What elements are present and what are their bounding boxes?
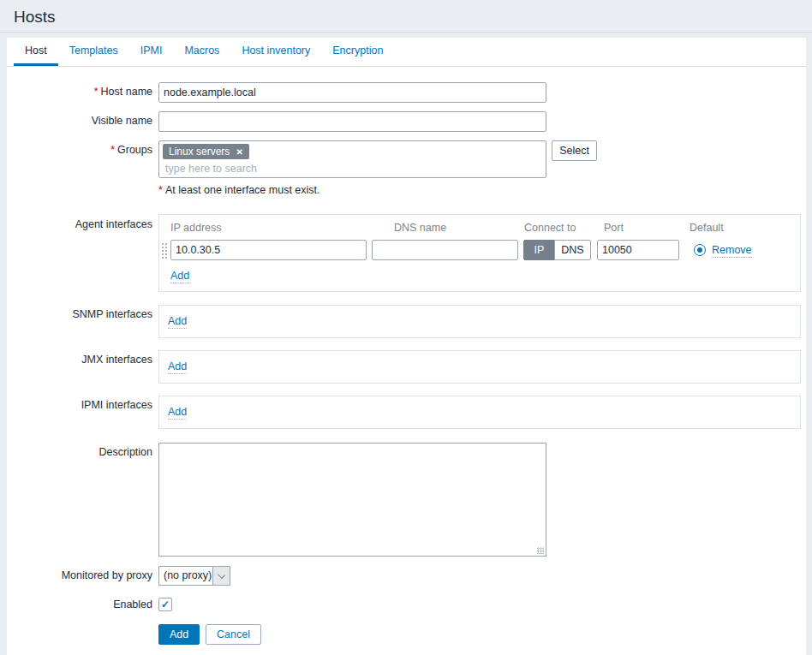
host-name-input[interactable] bbox=[158, 82, 546, 103]
page-title: Hosts bbox=[14, 8, 56, 27]
snmp-add-link[interactable]: Add bbox=[168, 315, 187, 329]
remove-interface-link[interactable]: Remove bbox=[712, 244, 752, 258]
host-name-label: *Host name bbox=[0, 82, 152, 101]
snmp-interfaces-box bbox=[158, 305, 801, 338]
tab-host[interactable]: Host bbox=[14, 38, 58, 66]
column-header-port: Port bbox=[604, 222, 624, 234]
chevron-down-icon[interactable] bbox=[212, 567, 230, 585]
drag-handle-icon[interactable] bbox=[161, 242, 168, 259]
tab-encryption[interactable]: Encryption bbox=[321, 38, 394, 66]
close-icon[interactable]: ✕ bbox=[236, 147, 242, 157]
jmx-add-link[interactable]: Add bbox=[168, 360, 187, 374]
group-chip: Linux servers ✕ bbox=[163, 144, 249, 159]
snmp-interfaces-label: SNMP interfaces bbox=[0, 305, 152, 324]
required-asterisk: * bbox=[110, 144, 115, 156]
groups-select-button[interactable]: Select bbox=[552, 140, 597, 161]
groups-multiselect[interactable]: Linux servers ✕ bbox=[158, 140, 546, 178]
interface-note: *At least one interface must exist. bbox=[158, 184, 320, 196]
tab-macros[interactable]: Macros bbox=[173, 38, 230, 66]
proxy-label: Monitored by proxy bbox=[0, 566, 152, 585]
ipmi-interfaces-label: IPMI interfaces bbox=[0, 396, 152, 414]
radio-dot bbox=[697, 247, 702, 253]
description-field-wrap bbox=[158, 443, 546, 557]
groups-search-input[interactable] bbox=[165, 161, 422, 176]
visible-name-input[interactable] bbox=[158, 111, 546, 132]
ipmi-interfaces-box bbox=[158, 396, 801, 429]
agent-port-input[interactable] bbox=[597, 240, 679, 260]
group-chip-label: Linux servers bbox=[169, 146, 230, 158]
tab-ipmi[interactable]: IPMI bbox=[129, 38, 174, 66]
jmx-interfaces-box bbox=[158, 350, 801, 384]
column-header-default: Default bbox=[690, 222, 724, 234]
tab-bar: Host Templates IPMI Macros Host inventor… bbox=[7, 38, 806, 67]
tab-host-inventory[interactable]: Host inventory bbox=[230, 38, 321, 66]
required-asterisk: * bbox=[94, 86, 99, 98]
agent-dns-input[interactable] bbox=[372, 240, 518, 260]
agent-interfaces-label: Agent interfaces bbox=[0, 215, 152, 234]
ipmi-add-link[interactable]: Add bbox=[168, 406, 187, 420]
add-host-button[interactable]: Add bbox=[158, 624, 200, 645]
connect-ip-option[interactable]: IP bbox=[523, 240, 555, 260]
tab-templates[interactable]: Templates bbox=[58, 38, 129, 66]
enabled-label: Enabled bbox=[0, 595, 152, 614]
connect-to-toggle: IP DNS bbox=[523, 240, 591, 260]
enabled-checkbox[interactable]: ✓ bbox=[158, 598, 172, 611]
description-textarea[interactable] bbox=[158, 443, 546, 557]
agent-add-link[interactable]: Add bbox=[170, 270, 189, 283]
checkmark-icon: ✓ bbox=[161, 598, 170, 610]
description-label: Description bbox=[0, 443, 152, 461]
column-header-ip: IP address bbox=[170, 222, 222, 234]
proxy-select[interactable]: (no proxy) bbox=[158, 566, 230, 586]
default-interface-radio[interactable] bbox=[694, 244, 706, 256]
page-header: Hosts bbox=[0, 0, 812, 33]
groups-label: *Groups bbox=[0, 140, 152, 159]
agent-ip-input[interactable] bbox=[170, 240, 367, 260]
cancel-button[interactable]: Cancel bbox=[206, 624, 261, 645]
column-header-connect-to: Connect to bbox=[524, 222, 576, 234]
connect-dns-option[interactable]: DNS bbox=[554, 240, 591, 260]
proxy-select-value: (no proxy) bbox=[159, 567, 212, 585]
column-header-dns: DNS name bbox=[394, 222, 446, 234]
jmx-interfaces-label: JMX interfaces bbox=[0, 350, 152, 369]
visible-name-label: Visible name bbox=[0, 111, 152, 130]
required-asterisk: * bbox=[158, 184, 163, 196]
